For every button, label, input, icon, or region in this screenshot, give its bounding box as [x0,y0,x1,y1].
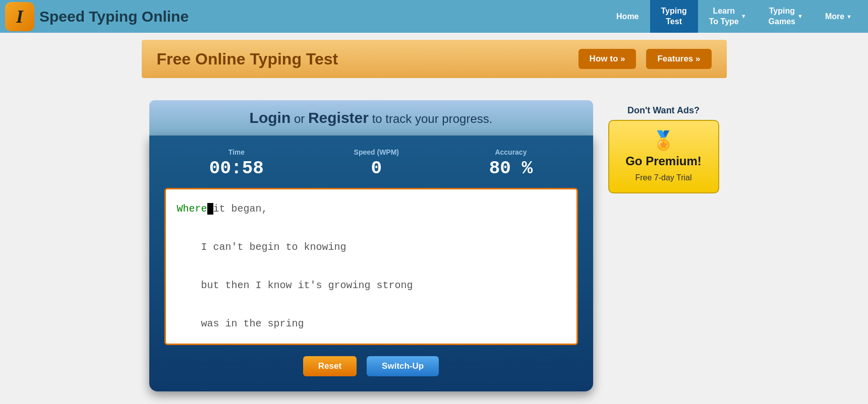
typed-correct-text: Where [177,203,207,215]
remaining-text: it began, I can't begin to knowing but t… [177,203,413,329]
stats-row: Time 00:58 Speed (WPM) 0 Accuracy 80 % [164,148,578,179]
text-cursor [207,203,213,215]
reset-button[interactable]: Reset [303,356,357,376]
games-dropdown-arrow: ▼ [797,13,803,20]
premium-icon: 🏅 [618,130,709,151]
site-title: Speed Typing Online [39,8,189,25]
button-row: Reset Switch-Up [164,356,578,376]
nav-typing-games[interactable]: Typing Games ▼ [758,0,814,33]
premium-title: Go Premium! [618,154,709,169]
typing-panel: Time 00:58 Speed (WPM) 0 Accuracy 80 % W… [149,136,593,391]
time-label: Time [209,148,264,156]
premium-box[interactable]: 🏅 Go Premium! Free 7-day Trial [608,120,719,193]
register-link[interactable]: Register [308,109,369,126]
login-or: or [294,112,308,125]
premium-sub: Free 7-day Trial [618,173,709,183]
logo-area: I Speed Typing Online [5,2,189,31]
features-button[interactable]: Features » [646,49,711,69]
nav-items: Home Typing Test Learn To Type ▼ Typing … [605,0,863,33]
speed-value: 0 [354,158,399,179]
logo-icon: I [5,2,34,31]
login-suffix: to track your progress. [372,112,493,125]
main-content: Login or Register to track your progress… [0,85,868,404]
time-value: 00:58 [209,158,264,179]
nav-home[interactable]: Home [605,0,650,33]
stat-speed: Speed (WPM) 0 [354,148,399,179]
stat-accuracy: Accuracy 80 % [489,148,533,179]
nav-more[interactable]: More ▼ [814,0,863,33]
accuracy-value: 80 % [489,158,533,179]
learn-dropdown-arrow: ▼ [741,13,746,20]
text-box[interactable]: Where it began, I can't begin to knowing… [164,188,578,345]
more-dropdown-arrow: ▼ [846,14,852,20]
how-to-button[interactable]: How to » [578,49,636,69]
sidebar: Don't Want Ads? 🏅 Go Premium! Free 7-day… [608,100,719,391]
typing-area: Login or Register to track your progress… [149,100,593,391]
nav-learn-to-type[interactable]: Learn To Type ▼ [698,0,758,33]
nav-bar: I Speed Typing Online Home Typing Test L… [0,0,868,33]
no-ads-label: Don't Want Ads? [608,105,719,116]
switchup-button[interactable]: Switch-Up [367,356,439,376]
login-banner: Login or Register to track your progress… [149,100,593,136]
nav-typing-test[interactable]: Typing Test [650,0,698,33]
login-link[interactable]: Login [250,109,291,126]
banner: Free Online Typing Test How to » Feature… [142,40,727,78]
banner-title: Free Online Typing Test [157,50,568,69]
stat-time: Time 00:58 [209,148,264,179]
speed-label: Speed (WPM) [354,148,399,156]
accuracy-label: Accuracy [489,148,533,156]
